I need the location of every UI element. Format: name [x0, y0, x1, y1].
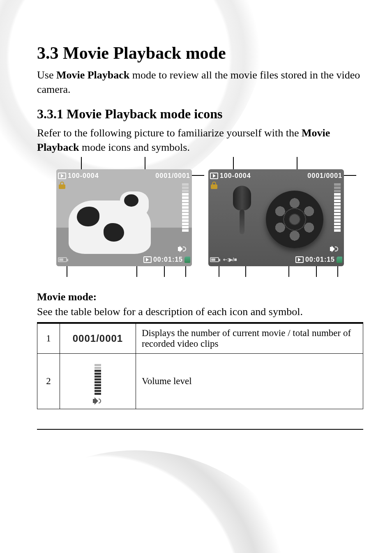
film-reel-graphic	[266, 191, 323, 248]
battery-icon	[210, 257, 219, 262]
volume-level-figure	[93, 364, 103, 405]
play-status-icon	[295, 256, 304, 263]
callout-line	[219, 266, 219, 277]
callout-line	[245, 266, 246, 277]
osd-bottom-bar: ⇠:▶/■ 00:01:15	[210, 255, 342, 265]
clip-counter-figure: 0001/0001	[73, 333, 123, 344]
callout-line	[297, 157, 297, 169]
playback-mode-icon	[210, 173, 218, 179]
lock-icon	[59, 182, 65, 189]
callout-line	[337, 266, 338, 277]
intro-text-pre: Use	[37, 69, 56, 81]
playback-mode-icon	[58, 173, 66, 179]
playback-screen-thumbnail: 100-0004 0001/0001	[208, 169, 344, 266]
osd-top-bar: 100-0004 0001/0001	[210, 171, 342, 181]
callout-line	[81, 157, 82, 169]
speaker-icon	[330, 246, 337, 252]
table-row: 1 0001/0001 Displays the number of curre…	[37, 323, 363, 354]
speaker-icon	[178, 246, 185, 252]
sd-card-icon	[337, 256, 342, 263]
movie-frame-cow	[69, 200, 151, 254]
lock-icon	[211, 182, 217, 189]
battery-icon	[58, 257, 67, 262]
callout-line	[344, 175, 356, 176]
screen-right-wrap: 100-0004 0001/0001	[208, 169, 344, 266]
row-description: Displays the number of current movie / t…	[136, 323, 363, 354]
example-screens-row: 100-0004 0001/0001	[37, 169, 363, 266]
callout-line	[233, 157, 234, 169]
intro-text-bold: Movie Playback	[56, 69, 129, 81]
navigation-hint-label: ⇠:▶/■	[223, 257, 237, 263]
clip-counter-label: 0001/0001	[307, 172, 342, 180]
elapsed-time-label: 00:01:15	[305, 256, 335, 263]
screen-left-wrap: 100-0004 0001/0001	[56, 169, 192, 266]
intro-paragraph: Use Movie Playback mode to review all th…	[37, 68, 363, 97]
icon-description-table: 1 0001/0001 Displays the number of curre…	[37, 322, 363, 409]
callout-line	[192, 175, 204, 176]
callout-line	[67, 266, 67, 277]
folder-number-label: 100-0004	[220, 172, 251, 180]
folder-number-label: 100-0004	[68, 172, 99, 180]
sub-intro-text-pre: Refer to the following picture to famili…	[37, 127, 302, 139]
row-number: 2	[37, 354, 60, 409]
footer-rule	[37, 429, 363, 430]
play-status-icon	[143, 256, 152, 263]
row-icon-cell	[60, 354, 136, 409]
section-heading: 3.3 Movie Playback mode	[37, 43, 363, 63]
volume-level-indicator	[182, 183, 189, 232]
movie-mode-title: Movie mode:	[37, 291, 363, 303]
callout-line	[288, 266, 289, 277]
table-row: 2 Volume level	[37, 354, 363, 409]
callout-line	[316, 266, 317, 277]
row-icon-cell: 0001/0001	[60, 323, 136, 354]
subsection-heading: 3.3.1 Movie Playback mode icons	[37, 106, 363, 122]
osd-bottom-bar: 00:01:15	[58, 255, 190, 265]
sub-intro-text-post: mode icons and symbols.	[79, 141, 190, 153]
elapsed-time-label: 00:01:15	[153, 256, 183, 263]
callout-line	[145, 157, 145, 169]
callout-line	[136, 266, 137, 277]
microphone-graphic	[233, 186, 251, 231]
clip-counter-label: 0001/0001	[155, 172, 190, 180]
volume-level-indicator	[334, 183, 341, 232]
row-number: 1	[37, 323, 60, 354]
document-page: 3.3 Movie Playback mode Use Movie Playba…	[0, 0, 392, 553]
playback-screen-movie: 100-0004 0001/0001	[56, 169, 192, 266]
sub-intro-paragraph: Refer to the following picture to famili…	[37, 126, 363, 154]
speaker-icon	[93, 397, 103, 405]
sd-card-icon	[184, 256, 190, 263]
content-area: 3.3 Movie Playback mode Use Movie Playba…	[37, 43, 363, 528]
row-description: Volume level	[136, 354, 363, 409]
table-intro: See the table below for a description of…	[37, 306, 363, 318]
callout-line	[185, 266, 186, 277]
callout-line	[164, 266, 165, 277]
osd-top-bar: 100-0004 0001/0001	[58, 171, 190, 181]
